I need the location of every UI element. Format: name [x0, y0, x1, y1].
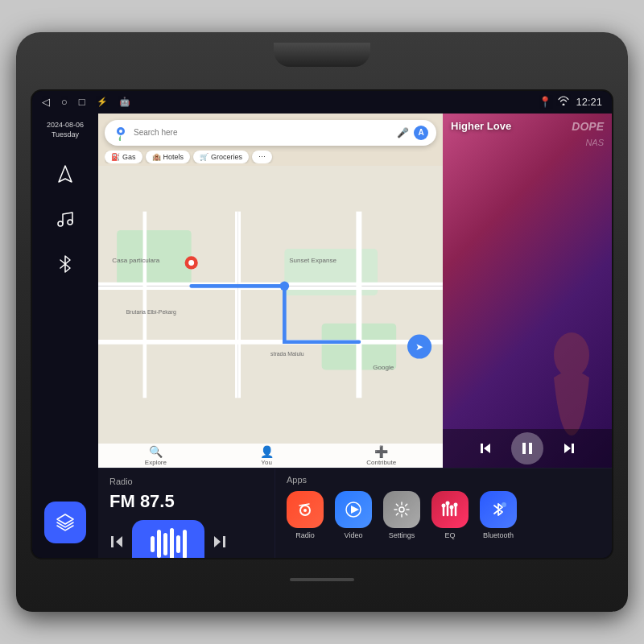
top-row: Search here 🎤 A ⛽Gas �	[98, 114, 612, 468]
next-track-button[interactable]	[556, 436, 582, 461]
radio-wave-visualizer	[132, 520, 204, 558]
prev-track-button[interactable]	[473, 436, 498, 461]
radio-panel: Radio FM 87.5	[98, 469, 275, 558]
clock: 12:21	[576, 96, 602, 108]
svg-marker-27	[484, 444, 490, 453]
app-radio[interactable]: Radio	[287, 491, 324, 539]
you-btn[interactable]: 👤You	[260, 445, 274, 466]
person-silhouette	[515, 331, 612, 436]
app-label-radio: Radio	[295, 531, 315, 539]
music-controls	[443, 429, 612, 468]
home-icon[interactable]: ○	[61, 96, 68, 108]
android-icon: 🤖	[119, 97, 130, 107]
maps-a-icon: A	[414, 126, 428, 140]
wave-bar-6	[183, 530, 187, 558]
svg-rect-30	[529, 443, 532, 454]
map-panel[interactable]: Search here 🎤 A ⛽Gas �	[98, 114, 443, 468]
status-bar-left: ◁ ○ □ ⚡ 🤖	[42, 96, 130, 108]
svg-text:Casa particulara: Casa particulara	[112, 257, 159, 264]
app-label-settings: Settings	[389, 531, 415, 539]
wave-bar-3	[163, 533, 167, 555]
main-content: 2024-08-06 Tuesday	[32, 114, 612, 558]
status-bar-right: 📍 12:21	[539, 96, 602, 108]
svg-point-4	[119, 130, 122, 133]
radio-next-button[interactable]	[213, 535, 227, 553]
day-text: Tuesday	[47, 130, 84, 140]
svg-point-16	[280, 281, 290, 291]
app-label-bluetooth: Bluetooth	[483, 531, 514, 539]
sidebar-music-icon[interactable]	[44, 198, 86, 240]
app-icon-settings	[383, 491, 420, 528]
sidebar-bluetooth-icon[interactable]	[44, 243, 86, 285]
usb-icon: ⚡	[97, 97, 108, 107]
svg-point-50	[454, 502, 458, 506]
svg-text:Sunset Expanse: Sunset Expanse	[289, 257, 336, 264]
svg-point-47	[442, 503, 446, 507]
wave-bar-4	[170, 528, 174, 558]
map-search-text: Search here	[134, 128, 392, 137]
top-bezel	[16, 43, 628, 91]
svg-marker-31	[564, 444, 571, 453]
groceries-chip[interactable]: 🛒Groceries	[193, 151, 249, 163]
app-icon-radio	[287, 491, 324, 528]
svg-marker-33	[116, 536, 122, 547]
contribute-btn[interactable]: ➕Contribute	[366, 445, 396, 466]
radio-prev-button[interactable]	[109, 535, 124, 553]
app-bluetooth[interactable]: Bluetooth	[480, 491, 517, 539]
app-label-video: Video	[345, 531, 363, 539]
map-search-bar[interactable]: Search here 🎤 A	[105, 120, 436, 146]
svg-marker-41	[351, 506, 359, 514]
svg-point-49	[450, 505, 454, 509]
location-icon: 📍	[539, 96, 551, 108]
sidebar: 2024-08-06 Tuesday	[32, 114, 98, 558]
svg-marker-2	[57, 514, 73, 524]
play-pause-button[interactable]	[511, 432, 543, 464]
map-bottom-bar: 🔍Explore 👤You ➕Contribute	[98, 444, 443, 468]
radio-frequency: FM 87.5	[109, 491, 263, 512]
music-sub-watermark: NAS	[585, 138, 604, 147]
radio-label: Radio	[109, 477, 263, 486]
svg-rect-29	[522, 443, 526, 454]
svg-rect-34	[111, 536, 114, 547]
svg-rect-36	[223, 536, 225, 547]
radio-controls-row	[109, 520, 263, 558]
app-icon-eq	[431, 491, 469, 528]
home-bar	[290, 578, 354, 581]
svg-text:➤: ➤	[415, 342, 423, 352]
car-bezel: ◁ ○ □ ⚡ 🤖 📍 12:21	[16, 32, 628, 612]
svg-point-1	[68, 220, 72, 225]
sidebar-layers-icon[interactable]	[44, 502, 86, 543]
svg-text:Brutaria Elbi-Pekarg: Brutaria Elbi-Pekarg	[126, 309, 176, 316]
recents-icon[interactable]: □	[79, 96, 85, 108]
hotels-chip[interactable]: 🏨Hotels	[146, 151, 191, 163]
music-panel: Higher Love DOPE NAS	[443, 114, 612, 468]
more-chip[interactable]: ⋯	[252, 151, 272, 163]
app-video[interactable]: Video	[335, 491, 372, 539]
bottom-bezel	[16, 558, 628, 602]
sidebar-navigate-icon[interactable]	[44, 153, 86, 195]
svg-point-51	[502, 502, 506, 507]
screen: ◁ ○ □ ⚡ 🤖 📍 12:21	[32, 91, 612, 558]
status-bar: ◁ ○ □ ⚡ 🤖 📍 12:21	[32, 91, 612, 114]
svg-text:strada Malulu: strada Malulu	[270, 351, 304, 357]
explore-btn[interactable]: 🔍Explore	[145, 445, 167, 466]
back-icon[interactable]: ◁	[42, 96, 50, 108]
wave-bar-1	[151, 536, 155, 552]
wifi-icon	[558, 96, 569, 108]
app-eq[interactable]: EQ	[431, 491, 469, 539]
map-chips: ⛽Gas 🏨Hotels 🛒Groceries ⋯	[105, 151, 436, 163]
voice-search-icon[interactable]: 🎤	[397, 127, 409, 138]
svg-point-0	[58, 221, 63, 226]
music-title: Higher Love	[451, 120, 511, 132]
date-text: 2024-08-06	[47, 120, 84, 130]
svg-text:Google: Google	[373, 364, 394, 371]
svg-point-48	[446, 501, 450, 505]
album-art: Higher Love DOPE NAS	[443, 114, 612, 468]
svg-point-18	[188, 259, 194, 265]
map-content: Casa particulara Brutaria Elbi-Pekarg Su…	[98, 166, 443, 444]
camera-bump	[274, 43, 370, 67]
apps-grid: Radio Video	[287, 491, 601, 539]
app-settings[interactable]: Settings	[383, 491, 420, 539]
date-display: 2024-08-06 Tuesday	[47, 120, 84, 140]
gas-chip[interactable]: ⛽Gas	[105, 151, 142, 163]
